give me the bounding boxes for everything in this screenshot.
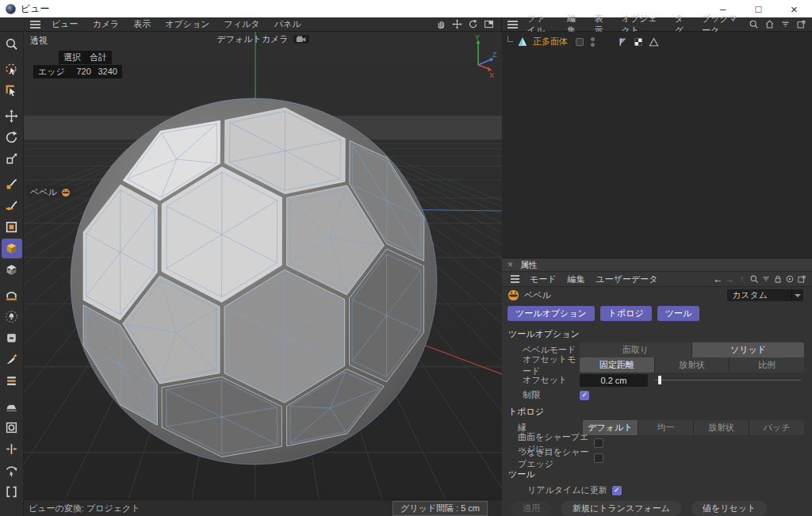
seam-sharp-row: つなぎ目をシャープエッジ (518, 451, 804, 464)
gizmo-y-label: Y (475, 33, 480, 41)
miter-patch[interactable]: パッチ (749, 420, 804, 435)
selection-tag-icon[interactable] (649, 37, 659, 47)
offset-mode-radial[interactable]: 放射状 (655, 357, 730, 373)
loop-cut-tool-icon[interactable] (2, 371, 22, 391)
object-manager[interactable]: 正多面体 (502, 32, 812, 258)
attr-filter-icon[interactable] (760, 273, 772, 285)
limit-checkbox[interactable]: ✓ (580, 391, 589, 400)
detach-panel-icon[interactable] (795, 273, 807, 285)
tab-topology[interactable]: トポロジ (600, 306, 652, 321)
apply-button[interactable]: 適用 (511, 501, 551, 516)
menu-bar: ビュー カメラ 表示 オプション フィルタ パネル (0, 17, 812, 32)
realtime-label: リアルタイムに更新 (527, 484, 607, 496)
tab-tool[interactable]: ツール (657, 306, 700, 321)
reset-values-button[interactable]: 値をリセット (691, 501, 767, 516)
scale-tool-icon[interactable] (2, 149, 22, 169)
move-tool-icon[interactable] (2, 106, 22, 126)
edit-toggle-icon[interactable] (576, 38, 584, 46)
pan-view-icon[interactable] (435, 18, 447, 30)
menu-camera[interactable]: カメラ (86, 18, 127, 30)
toggle-view-icon[interactable] (483, 18, 495, 30)
application-window: ビュー – □ × ビュー カメラ 表示 オプション フィルタ パネル (0, 0, 812, 516)
soft-selection-tool-icon[interactable] (2, 307, 22, 327)
live-selection-tool-icon[interactable] (2, 59, 22, 79)
offset-slider[interactable] (655, 375, 801, 385)
edge-mode-icon[interactable] (2, 196, 22, 216)
new-transform-button[interactable]: 新規にトランスフォーム (561, 501, 681, 516)
knife-tool-icon[interactable] (2, 350, 22, 369)
preset-dropdown-arrow-icon[interactable] (791, 289, 803, 301)
menu-display[interactable]: 表示 (126, 18, 158, 30)
iron-tool-icon[interactable] (2, 396, 22, 416)
rotate-tool-icon[interactable] (2, 128, 22, 147)
zoom-tool-icon[interactable] (2, 34, 22, 54)
viewport-canvas[interactable] (24, 32, 502, 499)
close-button[interactable]: × (776, 0, 812, 17)
object-manager-menu: ファイル 編集 表示 オブジェクト タグ ブックマーク (502, 17, 812, 31)
menu-view[interactable]: ビュー (44, 18, 86, 30)
polygon-mode-icon[interactable] (2, 217, 22, 237)
bevel-mode-solid[interactable]: ソリッド (692, 342, 804, 357)
object-row[interactable]: 正多面体 (505, 35, 809, 48)
offset-value-field[interactable]: 0.2 cm (580, 374, 648, 387)
menu-attr-edit[interactable]: 編集 (562, 273, 591, 285)
menu-attr-userdata[interactable]: ユーザーデータ (591, 273, 664, 285)
attributes-menu-icon[interactable] (507, 273, 523, 285)
history-back-icon[interactable]: ← (712, 273, 724, 285)
search-icon[interactable] (748, 18, 760, 30)
menu-filter[interactable]: フィルタ (217, 18, 267, 30)
rotate-view-icon[interactable] (467, 18, 479, 30)
menu-options[interactable]: オプション (158, 18, 216, 30)
phong-tag-icon[interactable] (619, 37, 628, 47)
move-view-icon[interactable] (451, 18, 463, 30)
model-mode-icon[interactable] (2, 239, 22, 258)
texture-mode-icon[interactable] (2, 260, 22, 280)
camera-name-label[interactable]: デフォルトカメラ (216, 33, 288, 45)
history-forward-icon[interactable]: → (724, 273, 736, 285)
round-sharp-checkbox[interactable] (594, 438, 603, 448)
camera-label-row: デフォルトカメラ (24, 33, 502, 45)
point-mode-icon[interactable] (2, 174, 22, 194)
rectangle-selection-tool-icon[interactable] (2, 81, 22, 101)
attr-search-icon[interactable] (748, 273, 760, 285)
close-hole-tool-icon[interactable] (2, 418, 22, 438)
edge-cut-tool-icon[interactable] (2, 439, 22, 459)
menu-panel[interactable]: パネル (267, 18, 308, 30)
new-panel-icon[interactable] (795, 18, 807, 30)
track-icon[interactable] (783, 273, 795, 285)
axis-gizmo: Y Z X (470, 33, 499, 79)
viewport-menu-icon[interactable] (27, 19, 43, 30)
lock-icon[interactable] (772, 273, 783, 285)
polyhedron-object-icon[interactable] (517, 36, 528, 47)
camera-icon[interactable] (293, 35, 309, 44)
stats-selected-count: 720 (67, 67, 91, 76)
filter-icon[interactable] (779, 18, 791, 30)
offset-mode-fixed[interactable]: 固定距離 (580, 357, 654, 373)
object-menu-icon[interactable] (507, 19, 519, 30)
realtime-row: リアルタイムに更新 ✓ (527, 484, 812, 496)
offset-slider-handle[interactable] (658, 376, 661, 384)
rotate-camera-tool-icon[interactable] (2, 461, 22, 480)
tab-tool-options[interactable]: ツールオプション (508, 306, 595, 321)
home-icon[interactable] (764, 18, 776, 30)
seam-sharp-checkbox[interactable] (594, 453, 603, 463)
menu-attr-mode[interactable]: モード (524, 273, 562, 285)
miter-radial[interactable]: 放射状 (694, 420, 749, 435)
bevel-mode-chamfer[interactable]: 面取り (580, 342, 691, 357)
parent-up-icon[interactable]: ↑ (736, 273, 748, 285)
bridge-tool-icon[interactable] (2, 285, 22, 305)
attributes-menubar: モード 編集 ユーザーデータ ← → ↑ (502, 272, 812, 287)
3d-viewport[interactable]: 透視 デフォルトカメラ 選択 合計 エッジ 720 3240 (24, 32, 502, 516)
weld-tool-icon[interactable] (2, 328, 22, 348)
bracket-tool-icon[interactable] (2, 482, 22, 502)
visibility-toggles[interactable] (591, 37, 595, 47)
offset-mode-proportional[interactable]: 比例 (730, 357, 804, 373)
realtime-checkbox[interactable]: ✓ (612, 486, 622, 495)
preset-dropdown[interactable]: カスタム (727, 289, 803, 301)
miter-uniform[interactable]: 均一 (638, 420, 693, 435)
object-name[interactable]: 正多面体 (533, 36, 568, 48)
soccer-ball-object[interactable] (71, 98, 437, 464)
texture-tag-icon[interactable] (634, 37, 643, 47)
panel-close-icon[interactable]: × (508, 259, 513, 270)
attribute-manager: × 属性 モード 編集 ユーザーデータ ← → ↑ (502, 258, 812, 516)
